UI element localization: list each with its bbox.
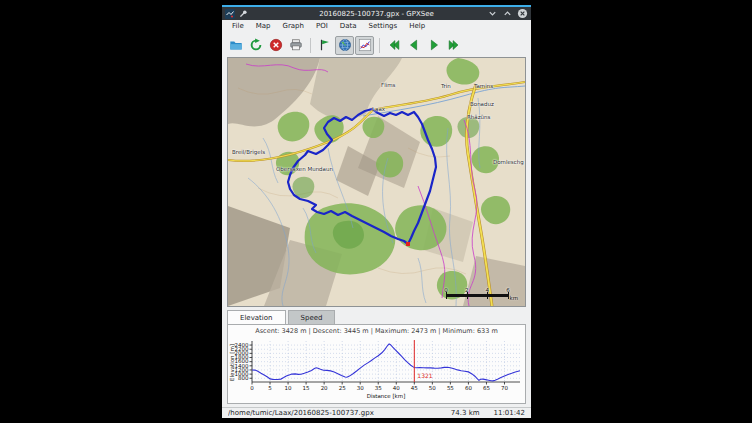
svg-text:Distance [km]: Distance [km] xyxy=(367,393,406,399)
titlebar[interactable]: 20160825-100737.gpx - GPXSee xyxy=(222,7,531,20)
svg-text:10: 10 xyxy=(285,385,292,391)
next-icon xyxy=(427,38,441,52)
map-label: Trin xyxy=(441,83,451,89)
track-position-marker xyxy=(406,242,410,246)
minimize-button[interactable] xyxy=(487,8,498,19)
menu-help[interactable]: Help xyxy=(403,20,431,33)
elevation-chart: 0510152025303540455055606570800100012001… xyxy=(228,338,525,402)
file-path: /home/tumic/Laax/20160825-100737.gpx xyxy=(228,409,451,417)
toolbar xyxy=(222,33,531,57)
close-button[interactable] xyxy=(517,8,528,19)
elevation-graph-pane[interactable]: Ascent: 3428 m | Descent: 3445 m | Maxim… xyxy=(227,324,526,404)
gpxsee-window: 20160825-100737.gpx - GPXSee File Map Gr… xyxy=(222,5,531,418)
map-label: Tamins xyxy=(474,83,493,89)
maximize-button[interactable] xyxy=(502,8,513,19)
svg-text:0: 0 xyxy=(250,385,254,391)
chevron-down-icon xyxy=(488,9,497,18)
svg-text:5: 5 xyxy=(268,385,272,391)
menu-file[interactable]: File xyxy=(226,20,250,33)
first-track-button[interactable] xyxy=(384,36,403,55)
svg-text:65: 65 xyxy=(483,385,490,391)
svg-text:1321: 1321 xyxy=(417,372,432,379)
printer-icon xyxy=(289,38,303,52)
previous-track-button[interactable] xyxy=(404,36,423,55)
svg-text:60: 60 xyxy=(465,385,472,391)
menubar: File Map Graph POI Data Settings Help xyxy=(222,20,531,33)
reload-icon xyxy=(249,38,263,52)
menu-settings[interactable]: Settings xyxy=(363,20,404,33)
skip-first-icon xyxy=(387,38,401,52)
toolbar-separator xyxy=(379,38,380,53)
menu-poi[interactable]: POI xyxy=(310,20,334,33)
tab-elevation[interactable]: Elevation xyxy=(227,310,286,325)
map-label: Flims xyxy=(381,82,395,88)
toolbar-separator xyxy=(310,38,311,53)
chevron-up-icon xyxy=(503,9,512,18)
svg-text:45: 45 xyxy=(411,385,418,391)
graph-tabbar: Elevation Speed xyxy=(227,309,526,325)
show-graphs-button[interactable] xyxy=(355,36,374,55)
map-label: Domleschg xyxy=(493,159,524,165)
menu-data[interactable]: Data xyxy=(334,20,363,33)
pin-icon[interactable] xyxy=(238,9,248,19)
print-button[interactable] xyxy=(286,36,305,55)
svg-text:20: 20 xyxy=(321,385,328,391)
svg-text:15: 15 xyxy=(303,385,310,391)
graph-icon xyxy=(358,38,372,52)
flag-icon xyxy=(318,38,332,52)
last-track-button[interactable] xyxy=(444,36,463,55)
svg-text:40: 40 xyxy=(393,385,400,391)
folder-icon xyxy=(229,38,243,52)
svg-text:2400: 2400 xyxy=(235,342,249,348)
track-time: 11:01:42 xyxy=(494,409,525,417)
statusbar: /home/tumic/Laax/20160825-100737.gpx 74.… xyxy=(222,407,531,418)
reload-button[interactable] xyxy=(246,36,265,55)
close-circle-icon xyxy=(269,38,283,52)
globe-icon xyxy=(338,38,352,52)
scalebar-unit: km xyxy=(509,295,518,301)
graph-stats: Ascent: 3428 m | Descent: 3445 m | Maxim… xyxy=(228,325,525,338)
map-scalebar: 0246 km xyxy=(446,287,518,301)
map-label: Obersaxen Mundaun xyxy=(276,166,333,172)
map-view[interactable]: Breil/BrigelsObersaxen MundaunLaaxFlimsT… xyxy=(227,57,526,307)
skip-last-icon xyxy=(447,38,461,52)
track-distance: 74.3 km xyxy=(451,409,480,417)
show-map-button[interactable] xyxy=(335,36,354,55)
map-label: Rhäzüns xyxy=(467,114,490,120)
map-label: Bonaduz xyxy=(470,101,494,107)
svg-text:50: 50 xyxy=(429,385,436,391)
app-icon xyxy=(225,9,235,19)
menu-map[interactable]: Map xyxy=(250,20,277,33)
close-file-button[interactable] xyxy=(266,36,285,55)
show-poi-button[interactable] xyxy=(315,36,334,55)
next-track-button[interactable] xyxy=(424,36,443,55)
tab-speed[interactable]: Speed xyxy=(288,310,336,325)
svg-text:Elevation [m]: Elevation [m] xyxy=(229,344,235,381)
map-label: Laax xyxy=(372,106,385,112)
svg-text:25: 25 xyxy=(339,385,346,391)
svg-text:30: 30 xyxy=(357,385,364,391)
map-label: Breil/Brigels xyxy=(232,149,265,155)
window-title: 20160825-100737.gpx - GPXSee xyxy=(319,10,434,18)
open-file-button[interactable] xyxy=(226,36,245,55)
previous-icon xyxy=(407,38,421,52)
close-icon xyxy=(517,8,528,19)
svg-text:35: 35 xyxy=(375,385,382,391)
topo-map xyxy=(228,58,525,306)
svg-text:70: 70 xyxy=(501,385,508,391)
menu-graph[interactable]: Graph xyxy=(277,20,310,33)
svg-text:55: 55 xyxy=(447,385,454,391)
